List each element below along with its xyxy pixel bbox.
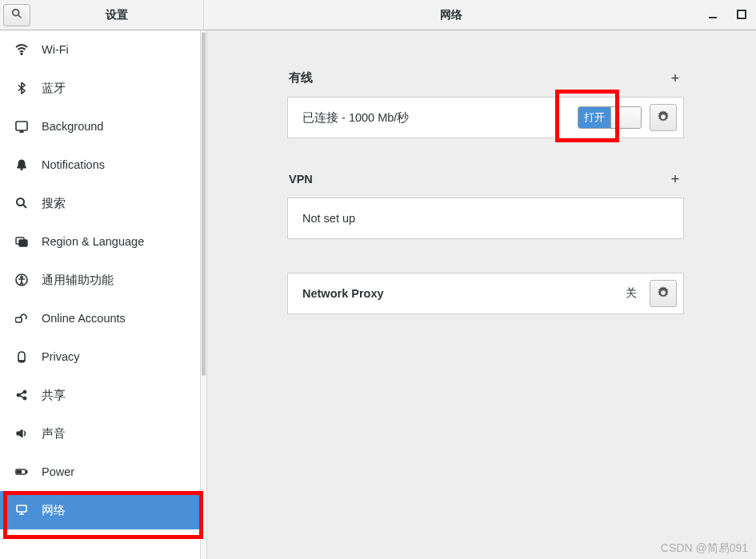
plus-icon: + <box>671 172 680 186</box>
section-title-wired: 有线 <box>289 70 313 86</box>
bluetooth-icon <box>14 81 29 95</box>
section-vpn: VPN + Not set up <box>287 172 684 239</box>
maximize-icon <box>737 9 746 22</box>
sidebar-item-network[interactable]: 网络 <box>0 491 200 529</box>
sidebar-item-label: Online Accounts <box>42 312 126 325</box>
wired-settings-button[interactable] <box>650 104 677 131</box>
plus-icon: + <box>671 71 680 86</box>
vpn-status-text: Not set up <box>302 212 677 225</box>
proxy-settings-button[interactable] <box>650 280 677 307</box>
content-area: 有线 + 已连接 - 1000 Mb/秒 打开 <box>207 30 756 559</box>
minimize-button[interactable] <box>702 4 724 26</box>
svg-rect-6 <box>20 131 23 133</box>
page-title: 网络 <box>204 0 698 30</box>
svg-point-13 <box>21 276 23 278</box>
sound-icon <box>14 426 29 441</box>
gear-icon <box>657 286 670 301</box>
background-icon <box>14 119 29 134</box>
section-wired: 有线 + 已连接 - 1000 Mb/秒 打开 <box>287 70 684 138</box>
svg-point-8 <box>17 198 24 206</box>
sidebar-item-privacy[interactable]: Privacy <box>0 337 200 376</box>
scrollbar-thumb[interactable] <box>202 32 206 376</box>
share-icon <box>14 388 29 402</box>
header-left: 设置 <box>0 0 204 30</box>
sidebar-item-label: 搜索 <box>42 196 66 211</box>
sidebar-item-label: 声音 <box>42 426 66 441</box>
sidebar-title: 设置 <box>30 8 203 22</box>
svg-rect-3 <box>738 10 746 18</box>
proxy-status-text: 关 <box>626 286 637 301</box>
maximize-button[interactable] <box>730 4 753 26</box>
wired-status-text: 已连接 - 1000 Mb/秒 <box>302 110 570 126</box>
sidebar-item-wifi[interactable]: Wi-Fi <box>0 30 200 69</box>
proxy-row[interactable]: Network Proxy 关 <box>287 273 684 314</box>
sidebar-item-notifications[interactable]: Notifications <box>0 146 200 184</box>
sidebar-item-label: Power <box>42 465 74 478</box>
minimize-icon <box>708 9 718 22</box>
sidebar-item-search[interactable]: 搜索 <box>0 184 200 222</box>
wired-switch[interactable]: 打开 <box>578 106 642 129</box>
svg-point-4 <box>21 53 22 54</box>
window-header: 设置 网络 <box>0 0 756 30</box>
search-icon <box>11 8 22 22</box>
accessibility-icon <box>14 273 29 287</box>
sidebar-item-bluetooth[interactable]: 蓝牙 <box>0 69 200 107</box>
sidebar-item-accessibility[interactable]: 通用辅助功能 <box>0 261 200 299</box>
proxy-title: Network Proxy <box>302 287 618 300</box>
switch-knob <box>610 107 641 128</box>
gear-icon <box>657 110 670 126</box>
add-wired-button[interactable]: + <box>668 71 682 86</box>
sidebar-item-label: 蓝牙 <box>42 81 66 96</box>
sidebar-item-power[interactable]: Power <box>0 453 200 491</box>
sidebar-item-label: Privacy <box>42 350 80 363</box>
svg-rect-11 <box>19 240 27 246</box>
sidebar-item-sound[interactable]: 声音 <box>0 414 200 453</box>
sidebar-scrollbar[interactable] <box>201 30 207 559</box>
svg-line-18 <box>20 396 24 397</box>
online-accounts-icon <box>14 311 29 325</box>
network-icon <box>14 503 29 517</box>
vpn-row: Not set up <box>287 198 684 239</box>
sidebar-item-label: 共享 <box>42 388 66 403</box>
bell-icon <box>14 158 29 172</box>
switch-on-label: 打开 <box>578 107 610 128</box>
sidebar-item-label: Background <box>42 120 103 133</box>
sidebar-item-online-accounts[interactable]: Online Accounts <box>0 299 200 337</box>
svg-rect-22 <box>17 505 26 512</box>
privacy-icon <box>14 349 29 364</box>
add-vpn-button[interactable]: + <box>668 172 682 186</box>
sidebar-item-region[interactable]: Region & Language <box>0 222 200 261</box>
svg-rect-20 <box>26 471 28 473</box>
sidebar-item-label: Wi-Fi <box>42 43 69 56</box>
sidebar-item-label: Notifications <box>42 158 105 171</box>
svg-point-7 <box>21 168 22 170</box>
svg-line-9 <box>23 205 26 208</box>
section-proxy: Network Proxy 关 <box>287 273 684 314</box>
region-language-icon <box>14 234 29 249</box>
sidebar-item-background[interactable]: Background <box>0 107 200 146</box>
wifi-icon <box>14 42 29 57</box>
svg-point-0 <box>13 10 19 16</box>
sidebar-item-label: Region & Language <box>42 235 144 248</box>
window-controls <box>698 0 756 30</box>
section-title-vpn: VPN <box>289 173 313 186</box>
wired-connection-row: 已连接 - 1000 Mb/秒 打开 <box>287 97 684 138</box>
sidebar-item-sharing[interactable]: 共享 <box>0 376 200 414</box>
sidebar: Wi-Fi 蓝牙 Background Notifications 搜索 <box>0 30 201 559</box>
power-icon <box>14 465 29 479</box>
svg-rect-5 <box>16 122 27 130</box>
sidebar-item-label: 网络 <box>42 503 66 518</box>
sidebar-item-label: 通用辅助功能 <box>42 273 114 288</box>
svg-line-17 <box>20 393 24 394</box>
search-button[interactable] <box>3 4 30 26</box>
search-icon <box>14 196 29 210</box>
svg-rect-21 <box>18 471 22 473</box>
svg-line-1 <box>18 15 22 18</box>
